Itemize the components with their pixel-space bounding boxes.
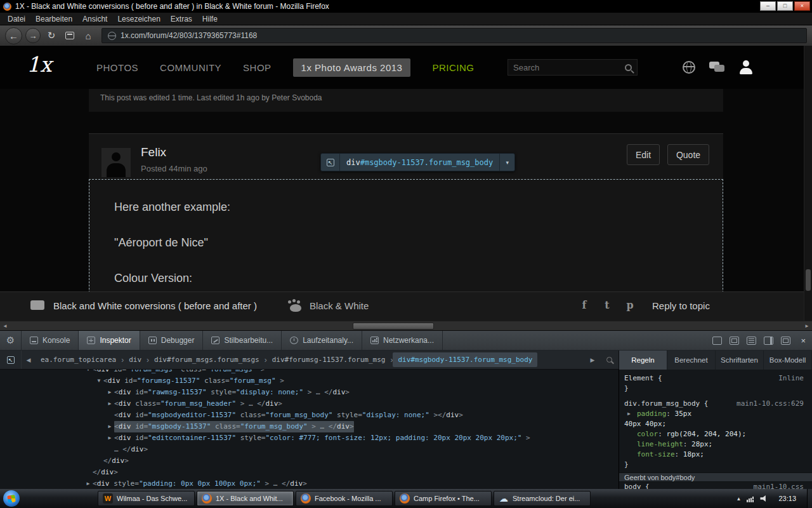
forward-button[interactable]: → [25,28,41,43]
devtools-settings-button[interactable]: ⚙ [0,331,22,350]
home-button[interactable]: ⌂ [81,28,96,43]
devtools-tab-inspektor[interactable]: Inspektor [79,331,140,350]
rule-property[interactable]: ▶padding: 35px [619,409,812,419]
twisty-icon[interactable]: ▼ [95,375,103,387]
sidebar-tab-schriftarten[interactable]: Schriftarten [716,351,764,370]
markup-line[interactable]: ▶<div id="editcontainer-11537" style="co… [0,432,619,444]
rule-property[interactable]: line-height: 28px; [619,439,812,450]
site-nav-1x-photo-awards-2013[interactable]: 1x Photo Awards 2013 [293,58,411,77]
reply-to-topic-link[interactable]: Reply to topic [652,300,710,311]
forum-name[interactable]: Black & White [310,300,369,311]
show-desktop-button[interactable] [807,489,812,508]
post-author[interactable]: Felix [141,145,166,159]
language-globe-icon[interactable] [683,61,695,74]
quote-button[interactable]: Quote [667,144,709,165]
scroll-left-arrow-icon[interactable]: ◄ [0,321,10,330]
pick-element-button[interactable]: ↖ [0,351,22,369]
menu-item-lesezeichen[interactable]: Lesezeichen [112,14,165,24]
breadcrumb-item[interactable]: div#msgbody-11537.forum_msg_body [393,352,537,367]
facebook-icon[interactable]: f [579,299,590,311]
devtools-tab-stilbearbeitu[interactable]: Stilbearbeitu... [203,331,282,350]
scratchpad-icon[interactable] [730,337,739,345]
scrollbar-thumb[interactable] [806,269,811,291]
menu-item-extras[interactable]: Extras [166,14,197,24]
rule-property[interactable]: font-size: 18px; [619,450,812,460]
close-button[interactable]: × [794,1,810,11]
menu-item-bearbeiten[interactable]: Bearbeiten [30,14,77,24]
developer-toolbar-icon[interactable] [747,337,756,345]
twisty-icon[interactable]: ▶ [105,432,114,444]
minimize-button[interactable]: – [760,1,776,11]
site-nav-community[interactable]: COMMUNITY [160,62,221,73]
rule-source-link[interactable]: main1-10.css [754,482,804,489]
start-button[interactable] [3,490,20,507]
twisty-icon[interactable]: ▶ [84,478,93,489]
node-picker-button[interactable]: ↖ [321,154,340,171]
twisty-icon[interactable]: ▼ [84,370,93,375]
close-devtools-button[interactable]: × [801,336,806,345]
site-nav-shop[interactable]: SHOP [243,62,272,73]
rule-source-link[interactable]: main1-10.css:629 [737,399,804,409]
pinterest-icon[interactable]: p [624,299,636,311]
back-button[interactable]: ← [5,27,22,44]
markup-line[interactable]: ▶<div style="padding: 0px 0px 100px 0px;… [0,478,619,489]
markup-line[interactable]: ▶<div id="msgbody-11537" class="forum_ms… [0,421,619,432]
infobar-dropdown-button[interactable]: ▾ [499,154,514,171]
sidebar-tab-berechnet[interactable]: Berechnet [667,351,716,370]
messages-icon[interactable] [709,62,724,73]
markup-line[interactable]: </div> [0,455,619,467]
devtools-tab-debugger[interactable]: Debugger [140,331,204,350]
menu-item-datei[interactable]: Datei [3,14,30,24]
breadcrumb-prev-arrow[interactable]: ◀ [22,351,36,369]
maximize-button[interactable]: □ [777,1,793,11]
scroll-right-arrow-icon[interactable]: ► [802,321,812,330]
markup-line[interactable]: ▶<div id="rawmsg-11537" style="display: … [0,387,619,398]
markup-line[interactable]: … </div> [0,444,619,455]
breadcrumb-item[interactable]: ea.forum_topicarea [36,352,121,367]
search-input[interactable] [513,63,625,72]
rule-source-link[interactable]: Inline [778,373,804,384]
menu-item-ansicht[interactable]: Ansicht [77,14,112,24]
rule-property[interactable]: color: rgb(204, 204, 204); [619,429,812,439]
markup-line[interactable]: ▶<div class="forum_msg_header" > … </div… [0,398,619,410]
taskbar-button-streamcloud-der-ei[interactable]: ☁Streamcloud: Der ei... [494,491,591,506]
tab-groups-button[interactable] [62,28,77,43]
markup-line[interactable]: </div> [0,467,619,478]
site-nav-photos[interactable]: PHOTOS [96,62,138,73]
sidebar-tab-box-modell[interactable]: Box-Modell [764,351,812,370]
show-hidden-icons-button[interactable]: ▲ [737,496,742,502]
site-nav-pricing[interactable]: PRICING [432,62,474,73]
url-bar[interactable]: 1x.com/forum/42/803/1379365773#1168 [102,28,807,43]
avatar[interactable] [102,148,131,177]
menu-item-hilfe[interactable]: Hilfe [197,14,223,24]
twisty-icon[interactable]: ▶ [105,398,114,410]
devtools-tab-konsole[interactable]: Konsole [22,331,79,350]
twisty-icon[interactable]: ▶ [627,409,631,419]
breadcrumb-item[interactable]: div [124,352,147,367]
twitter-icon[interactable]: t [601,299,613,311]
scrollbar-thumb[interactable] [353,323,434,330]
page-vertical-scrollbar[interactable] [804,46,812,321]
markup-search-button[interactable] [599,351,619,369]
refresh-button[interactable]: ↻ [44,28,59,43]
twisty-icon[interactable]: ▶ [105,387,114,398]
devtools-tab-netzwerkana[interactable]: Netzwerkana... [362,331,443,350]
responsive-mode-icon[interactable] [712,337,722,345]
taskbar-clock[interactable]: 23:13 [778,495,796,502]
network-icon[interactable] [747,495,754,502]
breadcrumb-item[interactable]: div#forum_msgs.forum_msgs [149,352,265,367]
breadcrumb-item[interactable]: div#forumsg-11537.forum_msg [267,352,391,367]
breadcrumb-next-arrow[interactable]: ▶ [586,351,599,369]
edit-button[interactable]: Edit [627,144,660,165]
volume-icon[interactable] [760,495,768,502]
markup-line[interactable]: ▼<div id="forumsg-11537" class="forum_ms… [0,375,619,387]
site-identity-icon[interactable] [108,32,116,40]
sidebar-tab-regeln[interactable]: Regeln [619,351,667,370]
url-text[interactable]: 1x.com/forum/42/803/1379365773#1168 [121,31,257,40]
dock-side-icon[interactable] [764,337,773,345]
twisty-icon[interactable]: ▶ [105,421,114,432]
site-logo[interactable]: 1x [27,52,52,77]
taskbar-button-facebook-mozilla[interactable]: Facebook - Mozilla ... [296,491,393,506]
topic-title[interactable]: Black and White conversions ( before and… [53,300,257,311]
markup-line[interactable]: <div id="msgbodyeditor-11537" class="for… [0,410,619,421]
